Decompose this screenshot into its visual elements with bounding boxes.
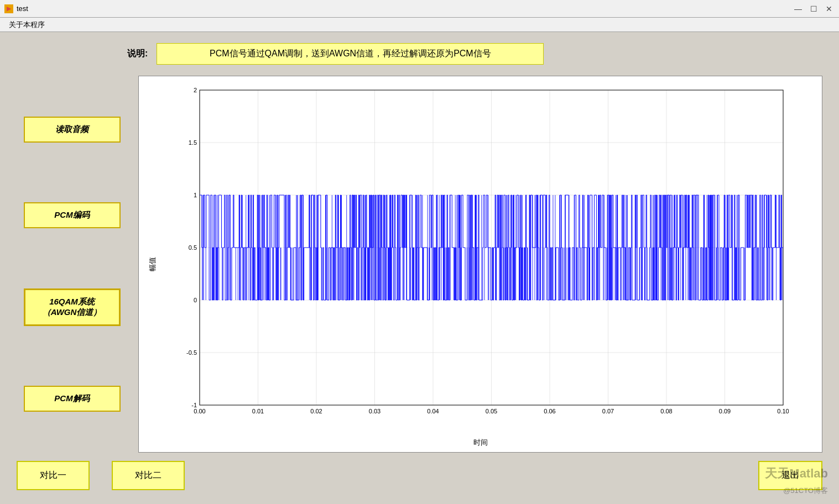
window-title: test (17, 4, 28, 13)
chart-area: 幅值 时间 (138, 76, 822, 453)
signal-chart (172, 85, 789, 424)
compare1-button[interactable]: 对比一 (17, 461, 90, 490)
bottom-btn-group: 对比一 对比二 (17, 461, 185, 490)
close-button[interactable]: ✕ (824, 3, 835, 14)
y-axis-label: 幅值 (148, 257, 158, 271)
bottom-row: 对比一 对比二 退出 (17, 453, 822, 493)
description-label: 说明: (127, 48, 148, 60)
minimize-button[interactable]: — (793, 3, 804, 14)
qam16-button[interactable]: 16QAM系统（AWGN信道） (24, 288, 121, 326)
pcm-encode-button[interactable]: PCM编码 (24, 202, 121, 228)
description-text: PCM信号通过QAM调制，送到AWGN信道，再经过解调还原为PCM信号 (157, 43, 544, 65)
title-bar-left: ▶ test (4, 4, 28, 13)
chart-inner: 幅值 时间 (139, 76, 822, 452)
title-bar-controls: — ☐ ✕ (793, 3, 835, 14)
title-bar: ▶ test — ☐ ✕ (0, 0, 839, 18)
read-audio-button[interactable]: 读取音频 (24, 117, 121, 143)
description-row: 说明: PCM信号通过QAM调制，送到AWGN信道，再经过解调还原为PCM信号 (127, 43, 822, 65)
menu-item-about[interactable]: 关于本程序 (4, 19, 49, 31)
watermark2: @51CTO博客 (783, 486, 828, 496)
body-row: 读取音频 PCM编码 16QAM系统（AWGN信道） PCM解码 幅值 时间 (17, 76, 822, 453)
maximize-button[interactable]: ☐ (808, 3, 819, 14)
compare2-button[interactable]: 对比二 (112, 461, 185, 490)
x-axis-label: 时间 (473, 438, 488, 448)
pcm-decode-button[interactable]: PCM解码 (24, 386, 121, 412)
main-content: 说明: PCM信号通过QAM调制，送到AWGN信道，再经过解调还原为PCM信号 … (0, 32, 839, 504)
button-column: 读取音频 PCM编码 16QAM系统（AWGN信道） PCM解码 (17, 76, 127, 453)
menu-bar: 关于本程序 (0, 18, 839, 32)
app-icon: ▶ (4, 4, 13, 13)
